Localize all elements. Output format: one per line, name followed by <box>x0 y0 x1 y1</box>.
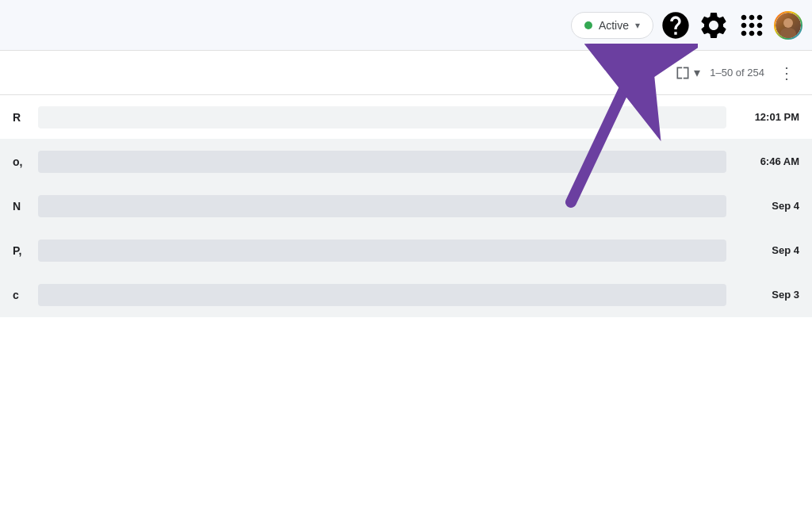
email-row[interactable]: R 12:01 PM <box>0 95 812 140</box>
vertical-dots-icon: ⋮ <box>779 63 795 82</box>
svg-point-1 <box>780 28 796 38</box>
chevron-down-icon: ▾ <box>694 65 700 80</box>
apps-button[interactable] <box>736 10 768 41</box>
email-body-preview <box>38 195 726 217</box>
email-body-preview <box>38 240 726 262</box>
email-row[interactable]: N Sep 4 <box>0 184 812 228</box>
email-row-content: c Sep 3 <box>13 284 799 306</box>
view-toggle-button[interactable]: ▾ <box>675 65 700 81</box>
header: Active ▾ <box>0 0 812 51</box>
email-row-content: P, Sep 4 <box>13 240 799 262</box>
email-time: Sep 4 <box>736 244 799 256</box>
email-row[interactable]: c Sep 3 <box>0 273 812 317</box>
subheader: ▾ 1–50 of 254 ⋮ <box>0 51 812 95</box>
email-row-content: R 12:01 PM <box>13 106 799 128</box>
gear-icon <box>698 10 730 41</box>
email-row[interactable]: P, Sep 4 <box>0 228 812 273</box>
email-body-preview <box>38 151 726 173</box>
email-sender: c <box>13 289 29 301</box>
svg-point-0 <box>783 18 793 28</box>
help-button[interactable] <box>660 10 691 41</box>
active-status-label: Active <box>599 19 629 32</box>
split-view-icon <box>675 65 691 81</box>
email-row-content: o, 6:46 AM <box>13 151 799 173</box>
email-body-preview <box>38 106 726 128</box>
email-body-preview <box>38 284 726 306</box>
email-time: Sep 4 <box>736 200 799 212</box>
more-options-button[interactable]: ⋮ <box>774 60 799 86</box>
help-icon <box>660 10 691 41</box>
pagination-count: 1–50 of 254 <box>710 67 764 79</box>
email-sender: P, <box>13 244 29 257</box>
email-sender: N <box>13 200 29 213</box>
apps-grid-icon <box>736 10 768 41</box>
active-status-dot <box>584 21 592 29</box>
email-list: R 12:01 PM o, 6:46 AM N Sep 4 P, Sep 4 c… <box>0 95 812 525</box>
avatar[interactable] <box>774 11 802 40</box>
chevron-down-icon: ▾ <box>635 20 640 31</box>
email-sender: R <box>13 111 29 124</box>
email-sender: o, <box>13 155 29 168</box>
active-status-button[interactable]: Active ▾ <box>571 12 653 39</box>
avatar-image <box>776 13 801 38</box>
email-time: 12:01 PM <box>736 111 799 123</box>
email-row-content: N Sep 4 <box>13 195 799 217</box>
email-time: 6:46 AM <box>736 155 799 167</box>
settings-button[interactable] <box>698 10 730 41</box>
email-row[interactable]: o, 6:46 AM <box>0 140 812 184</box>
email-time: Sep 3 <box>736 289 799 301</box>
